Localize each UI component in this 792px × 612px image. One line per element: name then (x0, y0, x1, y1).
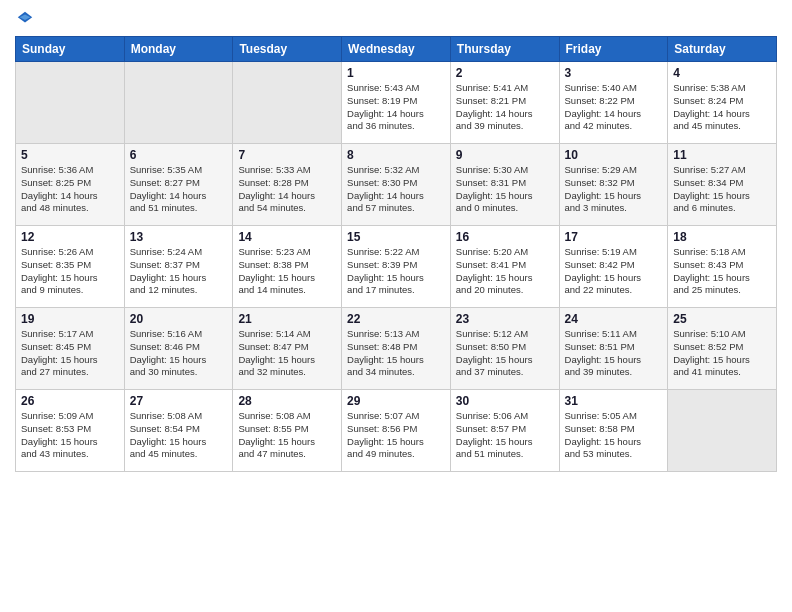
day-number: 29 (347, 394, 445, 408)
day-number: 18 (673, 230, 771, 244)
day-cell-10: 10Sunrise: 5:29 AM Sunset: 8:32 PM Dayli… (559, 144, 668, 226)
day-number: 14 (238, 230, 336, 244)
day-cell-7: 7Sunrise: 5:33 AM Sunset: 8:28 PM Daylig… (233, 144, 342, 226)
day-number: 19 (21, 312, 119, 326)
day-cell-18: 18Sunrise: 5:18 AM Sunset: 8:43 PM Dayli… (668, 226, 777, 308)
week-row-1: 1Sunrise: 5:43 AM Sunset: 8:19 PM Daylig… (16, 62, 777, 144)
day-number: 6 (130, 148, 228, 162)
day-number: 21 (238, 312, 336, 326)
day-cell-13: 13Sunrise: 5:24 AM Sunset: 8:37 PM Dayli… (124, 226, 233, 308)
day-number: 13 (130, 230, 228, 244)
day-number: 25 (673, 312, 771, 326)
day-cell-25: 25Sunrise: 5:10 AM Sunset: 8:52 PM Dayli… (668, 308, 777, 390)
day-number: 23 (456, 312, 554, 326)
empty-cell (16, 62, 125, 144)
day-cell-20: 20Sunrise: 5:16 AM Sunset: 8:46 PM Dayli… (124, 308, 233, 390)
calendar: SundayMondayTuesdayWednesdayThursdayFrid… (15, 36, 777, 472)
day-info: Sunrise: 5:29 AM Sunset: 8:32 PM Dayligh… (565, 164, 663, 215)
day-cell-11: 11Sunrise: 5:27 AM Sunset: 8:34 PM Dayli… (668, 144, 777, 226)
day-cell-5: 5Sunrise: 5:36 AM Sunset: 8:25 PM Daylig… (16, 144, 125, 226)
day-info: Sunrise: 5:30 AM Sunset: 8:31 PM Dayligh… (456, 164, 554, 215)
day-number: 15 (347, 230, 445, 244)
day-info: Sunrise: 5:43 AM Sunset: 8:19 PM Dayligh… (347, 82, 445, 133)
day-cell-3: 3Sunrise: 5:40 AM Sunset: 8:22 PM Daylig… (559, 62, 668, 144)
day-info: Sunrise: 5:13 AM Sunset: 8:48 PM Dayligh… (347, 328, 445, 379)
empty-cell (124, 62, 233, 144)
day-number: 31 (565, 394, 663, 408)
day-cell-16: 16Sunrise: 5:20 AM Sunset: 8:41 PM Dayli… (450, 226, 559, 308)
day-info: Sunrise: 5:27 AM Sunset: 8:34 PM Dayligh… (673, 164, 771, 215)
day-cell-17: 17Sunrise: 5:19 AM Sunset: 8:42 PM Dayli… (559, 226, 668, 308)
week-row-5: 26Sunrise: 5:09 AM Sunset: 8:53 PM Dayli… (16, 390, 777, 472)
day-info: Sunrise: 5:36 AM Sunset: 8:25 PM Dayligh… (21, 164, 119, 215)
day-cell-14: 14Sunrise: 5:23 AM Sunset: 8:38 PM Dayli… (233, 226, 342, 308)
day-info: Sunrise: 5:19 AM Sunset: 8:42 PM Dayligh… (565, 246, 663, 297)
day-number: 4 (673, 66, 771, 80)
page: SundayMondayTuesdayWednesdayThursdayFrid… (0, 0, 792, 612)
day-info: Sunrise: 5:33 AM Sunset: 8:28 PM Dayligh… (238, 164, 336, 215)
day-info: Sunrise: 5:18 AM Sunset: 8:43 PM Dayligh… (673, 246, 771, 297)
day-info: Sunrise: 5:23 AM Sunset: 8:38 PM Dayligh… (238, 246, 336, 297)
day-number: 26 (21, 394, 119, 408)
weekday-monday: Monday (124, 37, 233, 62)
day-cell-2: 2Sunrise: 5:41 AM Sunset: 8:21 PM Daylig… (450, 62, 559, 144)
day-cell-1: 1Sunrise: 5:43 AM Sunset: 8:19 PM Daylig… (342, 62, 451, 144)
day-cell-27: 27Sunrise: 5:08 AM Sunset: 8:54 PM Dayli… (124, 390, 233, 472)
day-number: 1 (347, 66, 445, 80)
week-row-3: 12Sunrise: 5:26 AM Sunset: 8:35 PM Dayli… (16, 226, 777, 308)
day-number: 24 (565, 312, 663, 326)
day-cell-9: 9Sunrise: 5:30 AM Sunset: 8:31 PM Daylig… (450, 144, 559, 226)
week-row-2: 5Sunrise: 5:36 AM Sunset: 8:25 PM Daylig… (16, 144, 777, 226)
day-info: Sunrise: 5:26 AM Sunset: 8:35 PM Dayligh… (21, 246, 119, 297)
week-row-4: 19Sunrise: 5:17 AM Sunset: 8:45 PM Dayli… (16, 308, 777, 390)
day-info: Sunrise: 5:08 AM Sunset: 8:55 PM Dayligh… (238, 410, 336, 461)
weekday-tuesday: Tuesday (233, 37, 342, 62)
day-cell-4: 4Sunrise: 5:38 AM Sunset: 8:24 PM Daylig… (668, 62, 777, 144)
weekday-saturday: Saturday (668, 37, 777, 62)
day-info: Sunrise: 5:11 AM Sunset: 8:51 PM Dayligh… (565, 328, 663, 379)
weekday-friday: Friday (559, 37, 668, 62)
day-number: 28 (238, 394, 336, 408)
logo-flag-icon (16, 10, 34, 28)
empty-cell (233, 62, 342, 144)
day-cell-21: 21Sunrise: 5:14 AM Sunset: 8:47 PM Dayli… (233, 308, 342, 390)
day-info: Sunrise: 5:07 AM Sunset: 8:56 PM Dayligh… (347, 410, 445, 461)
day-number: 10 (565, 148, 663, 162)
header (15, 10, 777, 28)
day-info: Sunrise: 5:40 AM Sunset: 8:22 PM Dayligh… (565, 82, 663, 133)
day-cell-30: 30Sunrise: 5:06 AM Sunset: 8:57 PM Dayli… (450, 390, 559, 472)
day-info: Sunrise: 5:35 AM Sunset: 8:27 PM Dayligh… (130, 164, 228, 215)
day-info: Sunrise: 5:20 AM Sunset: 8:41 PM Dayligh… (456, 246, 554, 297)
day-info: Sunrise: 5:05 AM Sunset: 8:58 PM Dayligh… (565, 410, 663, 461)
day-cell-28: 28Sunrise: 5:08 AM Sunset: 8:55 PM Dayli… (233, 390, 342, 472)
day-number: 3 (565, 66, 663, 80)
day-number: 17 (565, 230, 663, 244)
day-cell-15: 15Sunrise: 5:22 AM Sunset: 8:39 PM Dayli… (342, 226, 451, 308)
day-cell-22: 22Sunrise: 5:13 AM Sunset: 8:48 PM Dayli… (342, 308, 451, 390)
day-cell-12: 12Sunrise: 5:26 AM Sunset: 8:35 PM Dayli… (16, 226, 125, 308)
day-cell-23: 23Sunrise: 5:12 AM Sunset: 8:50 PM Dayli… (450, 308, 559, 390)
day-info: Sunrise: 5:14 AM Sunset: 8:47 PM Dayligh… (238, 328, 336, 379)
empty-cell (668, 390, 777, 472)
day-number: 27 (130, 394, 228, 408)
day-info: Sunrise: 5:08 AM Sunset: 8:54 PM Dayligh… (130, 410, 228, 461)
day-number: 12 (21, 230, 119, 244)
day-cell-8: 8Sunrise: 5:32 AM Sunset: 8:30 PM Daylig… (342, 144, 451, 226)
day-info: Sunrise: 5:41 AM Sunset: 8:21 PM Dayligh… (456, 82, 554, 133)
day-number: 5 (21, 148, 119, 162)
day-number: 8 (347, 148, 445, 162)
day-info: Sunrise: 5:32 AM Sunset: 8:30 PM Dayligh… (347, 164, 445, 215)
day-number: 9 (456, 148, 554, 162)
day-cell-24: 24Sunrise: 5:11 AM Sunset: 8:51 PM Dayli… (559, 308, 668, 390)
day-number: 20 (130, 312, 228, 326)
day-info: Sunrise: 5:12 AM Sunset: 8:50 PM Dayligh… (456, 328, 554, 379)
weekday-thursday: Thursday (450, 37, 559, 62)
day-info: Sunrise: 5:10 AM Sunset: 8:52 PM Dayligh… (673, 328, 771, 379)
day-cell-19: 19Sunrise: 5:17 AM Sunset: 8:45 PM Dayli… (16, 308, 125, 390)
day-cell-31: 31Sunrise: 5:05 AM Sunset: 8:58 PM Dayli… (559, 390, 668, 472)
day-number: 2 (456, 66, 554, 80)
day-cell-26: 26Sunrise: 5:09 AM Sunset: 8:53 PM Dayli… (16, 390, 125, 472)
day-info: Sunrise: 5:16 AM Sunset: 8:46 PM Dayligh… (130, 328, 228, 379)
day-info: Sunrise: 5:22 AM Sunset: 8:39 PM Dayligh… (347, 246, 445, 297)
weekday-sunday: Sunday (16, 37, 125, 62)
